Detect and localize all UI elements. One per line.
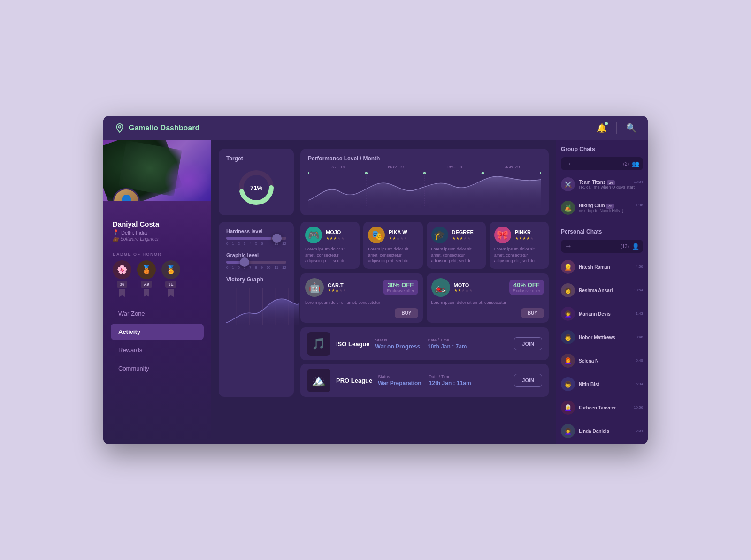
victory-area-chart — [226, 288, 299, 325]
graphic-slider: Graphic level 01 56 78 910 1112 — [226, 252, 286, 270]
chat-time: 3:46 — [636, 335, 643, 340]
chat-avatar: 👩‍🦰 — [561, 354, 575, 368]
badge-section: BADGE OF HONOR 🌸 36 🥉 A9 🏅 3E — [103, 247, 211, 302]
date-value: 10th Jan : 7am — [428, 343, 467, 350]
hardness-track[interactable] — [226, 237, 286, 240]
personal-search-input[interactable] — [575, 243, 618, 249]
donut-chart: 71% — [238, 169, 275, 206]
sidebar-item-activity[interactable]: Activity — [111, 324, 204, 340]
personal-chat-item[interactable]: 👩‍🦱 Linda Daniels 9:34 — [561, 422, 643, 440]
char-info: DEGREE ★★★★★ — [452, 229, 474, 241]
sidebar-item-community[interactable]: Community — [111, 360, 204, 377]
buy-button-moto[interactable]: BUY — [521, 308, 544, 318]
badge-circle: 🥉 — [137, 260, 156, 279]
char-card-pikaw: 🎭 PIKA W ★★★★★ Lorem ipsum dolor sit ame… — [363, 222, 422, 269]
char-info: PINKR ★★★★★ — [515, 229, 534, 241]
char-avatar: 🎓 — [431, 227, 448, 243]
personal-chat-item[interactable]: 👨 Hobor Matthews 3:46 — [561, 328, 643, 347]
personal-chat-search[interactable]: → (13) 👤 — [561, 240, 643, 253]
char-stars: ★★★★★ — [515, 236, 534, 241]
chat-name: Linda Daniels — [579, 429, 609, 434]
date-label: Date / Time — [429, 374, 471, 379]
chat-info: Linda Daniels 9:34 — [579, 429, 643, 434]
league-datetime: Date / Time 10th Jan : 7am — [428, 338, 467, 350]
app-title: Gamelio Dashboard — [129, 124, 199, 132]
user-name: Daniyal Costa — [113, 220, 202, 228]
header-divider — [616, 122, 617, 134]
offer-info: CAR.T ★★★★★ — [328, 282, 379, 293]
offer-stars: ★★★★★ — [454, 288, 506, 293]
chat-avatar: 👩‍🦳 — [561, 401, 575, 415]
char-card-degree: 🎓 DEGREE ★★★★★ Lorem ipsum dolor sit ame… — [427, 222, 486, 269]
offer-top: 🤖 CAR.T ★★★★★ 30% OFF Exclusive offer — [305, 278, 418, 297]
graphic-thumb[interactable] — [240, 257, 249, 267]
offer-exclusive: Exclusive offer — [387, 288, 414, 293]
personal-chat-item[interactable]: 👩‍🦳 Farheen Tanveer 10:56 — [561, 398, 643, 417]
chat-time: 5:49 — [636, 358, 643, 363]
char-name: DEGREE — [452, 229, 474, 235]
chat-avatar: ⚔️ — [561, 177, 575, 191]
graphic-track[interactable] — [226, 261, 286, 264]
personal-chat-item[interactable]: 👱 Hitesh Raman 4:56 — [561, 257, 643, 276]
personal-chat-item[interactable]: 👦 Nitin Bist 6:34 — [561, 375, 643, 394]
join-button-pro[interactable]: JOIN — [514, 374, 542, 387]
right-sidebar: Group Chats → (2) 👥 ⚔️ Team Titans 24 13… — [556, 140, 648, 444]
month-label: NOV' 19 — [388, 165, 404, 169]
group-chat-count: (2) — [623, 161, 629, 166]
league-image: 🏔️ — [307, 369, 330, 392]
victory-section: Victory Graph — [226, 276, 299, 325]
offer-card-cart: 🤖 CAR.T ★★★★★ 30% OFF Exclusive offer — [300, 273, 423, 323]
user-info: Daniyal Costa 📍 Delhi, India 💼 Software … — [103, 220, 211, 247]
month-label: OCT' 19 — [330, 165, 345, 169]
personal-chat-item[interactable]: 👩‍🦱 Mariann Devis 1:43 — [561, 304, 643, 323]
chat-name: Hiking Club 72 — [579, 203, 614, 208]
chat-avatar: 👱 — [561, 260, 575, 274]
group-chat-search[interactable]: → (2) 👥 — [561, 157, 643, 170]
char-name: PINKR — [515, 229, 534, 235]
char-card-mojo: 🎮 MOJO ★★★★★ Lorem ipsum dolor sit amet,… — [300, 222, 360, 269]
chat-avatar: 🏕️ — [561, 201, 575, 215]
personal-chat-item[interactable]: 👩‍🦰 Selena N 5:49 — [561, 351, 643, 370]
badge-ribbon — [144, 289, 149, 297]
header: Gamelio Dashboard 🔔 🔍 — [103, 116, 648, 140]
badge-item: 🌸 36 — [113, 260, 131, 297]
header-search-icon[interactable]: 🔍 — [626, 123, 636, 133]
badge-number: 36 — [117, 281, 127, 288]
chat-name: Team Titans 24 — [579, 180, 615, 185]
offer-top: 🏍️ MOTO ★★★★★ 40% OFF Exclusive offer — [431, 278, 544, 297]
sliders-card: Hardness level 012 345 6 1112 — [219, 222, 294, 397]
join-button-iso[interactable]: JOIN — [514, 337, 542, 350]
add-group-icon[interactable]: 👥 — [632, 160, 639, 167]
leagues-section: 🎵 ISO League Status War on Progress Date… — [300, 327, 549, 397]
graphic-label: Graphic level — [226, 252, 286, 258]
char-header: 🎀 PINKR ★★★★★ — [494, 227, 544, 243]
chat-avatar: 👨 — [561, 330, 575, 344]
group-chat-item[interactable]: ⚔️ Team Titans 24 13:34 Hk, call me when… — [561, 175, 643, 194]
chat-info: Farheen Tanveer 10:56 — [579, 405, 643, 410]
notification-bell[interactable]: 🔔 — [597, 123, 607, 133]
donut-container: 71% — [226, 166, 286, 209]
buy-button-cart[interactable]: BUY — [395, 308, 418, 318]
dashboard: Gamelio Dashboard 🔔 🔍 👤 Daniyal Costa — [103, 116, 648, 444]
status-label: Status — [378, 374, 421, 379]
char-desc: Lorem ipsum dolor sit amet, consectetur … — [431, 246, 481, 264]
chat-time: 10:56 — [634, 405, 643, 410]
char-info: MOJO ★★★★★ — [326, 229, 345, 241]
group-chat-item[interactable]: 🏕️ Hiking Club 72 1:36 next trip to Nand… — [561, 198, 643, 217]
chat-time: 13:34 — [634, 180, 643, 185]
add-personal-icon[interactable]: 👤 — [632, 243, 639, 250]
badge-item: 🥉 A9 — [137, 260, 156, 297]
league-image: 🎵 — [307, 332, 330, 356]
chat-info: Team Titans 24 13:34 Hk, call me when U … — [579, 180, 643, 189]
group-chats-title: Group Chats — [561, 146, 643, 152]
hardness-thumb[interactable] — [272, 234, 282, 243]
league-card-iso: 🎵 ISO League Status War on Progress Date… — [300, 327, 549, 360]
offer-badge: 40% OFF Exclusive offer — [509, 280, 544, 295]
chat-avatar: 👦 — [561, 377, 575, 391]
group-search-input[interactable] — [575, 161, 621, 166]
personal-chat-item[interactable]: 👩 Reshma Ansari 13:54 — [561, 281, 643, 300]
sidebar-item-warzone[interactable]: War Zone — [111, 305, 204, 322]
sidebar: 👤 Daniyal Costa 📍 Delhi, India 💼 Softwar… — [103, 140, 211, 444]
chat-time: 1:43 — [636, 311, 643, 317]
sidebar-item-rewards[interactable]: Rewards — [111, 342, 204, 358]
